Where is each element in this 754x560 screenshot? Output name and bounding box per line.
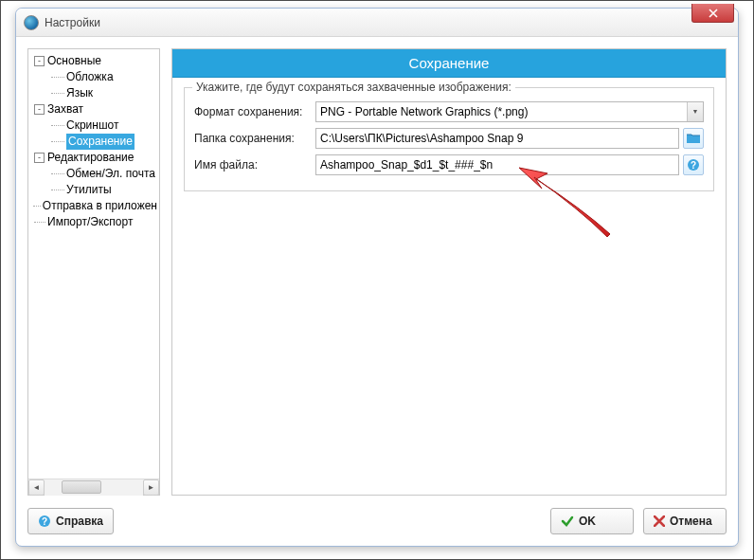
settings-dialog: Настройки -ОсновныеОбложкаЯзык-ЗахватСкр… [15,8,739,547]
app-icon [24,15,39,30]
tree-item[interactable]: -Основные [30,53,157,69]
format-value: PNG - Portable Network Graphics (*.png) [320,102,528,121]
svg-text:?: ? [42,516,47,527]
tree-item[interactable]: Скриншот [30,117,157,134]
cancel-label: Отмена [670,515,712,528]
folder-icon [687,133,700,144]
folder-input[interactable]: C:\Users\ПК\Pictures\Ashampoo Snap 9 [315,128,679,149]
content: -ОсновныеОбложкаЯзык-ЗахватСкриншотСохра… [16,37,738,546]
filename-row: Имя файла: Ashampoo_Snap_$d1_$t_###_$n ? [194,154,704,175]
folder-label: Папка сохранения: [194,132,315,145]
scroll-track[interactable] [45,479,143,496]
tree-item[interactable]: Сохранение [30,134,157,150]
tree-item-label: Основные [47,53,101,69]
format-row: Формат сохранения: PNG - Portable Networ… [194,101,704,122]
tree-item[interactable]: Импорт/Экспорт [30,214,157,230]
tree-item[interactable]: Язык [30,85,157,101]
cross-icon [654,515,665,527]
tree-item-label: Обмен/Эл. почта [66,166,155,182]
tree-item[interactable]: -Захват [30,101,157,117]
nav-tree[interactable]: -ОсновныеОбложкаЯзык-ЗахватСкриншотСохра… [28,49,159,479]
ok-label: OK [579,515,596,528]
check-icon [561,515,574,528]
tree-item-label: Утилиты [66,182,112,198]
folder-value: C:\Users\ПК\Pictures\Ashampoo Snap 9 [320,132,523,145]
window-title: Настройки [45,16,100,29]
tree-item-label: Отправка в приложен [43,198,157,214]
footer: ? Справка OK Отмена [27,508,727,534]
panel-title: Сохранение [172,49,726,78]
cancel-button[interactable]: Отмена [643,508,727,534]
tree-item[interactable]: Обмен/Эл. почта [30,166,157,182]
folder-row: Папка сохранения: C:\Users\ПК\Pictures\A… [194,128,704,149]
scroll-right-button[interactable]: ► [143,479,159,496]
scroll-thumb[interactable] [62,480,101,494]
tree-item[interactable]: -Редактирование [30,150,157,166]
tree-item-label: Скриншот [66,117,118,134]
format-combobox[interactable]: PNG - Portable Network Graphics (*.png) … [315,101,704,122]
browse-folder-button[interactable] [683,128,704,149]
tree-item[interactable]: Отправка в приложен [30,198,157,214]
titlebar: Настройки [16,9,738,37]
tree-toggle-icon[interactable]: - [34,153,45,163]
tree-item[interactable]: Утилиты [30,182,157,198]
tree-item-label: Захват [47,101,83,117]
help-label: Справка [56,515,103,528]
tree-item-label: Импорт/Экспорт [47,214,133,230]
tree-item-label: Редактирование [47,150,134,166]
tree-item-label: Обложка [66,69,114,85]
tree-toggle-icon[interactable]: - [34,56,45,66]
filename-value: Ashampoo_Snap_$d1_$t_###_$n [320,158,493,172]
tree-item-label: Язык [66,85,93,101]
help-icon: ? [687,158,700,172]
ok-button[interactable]: OK [550,508,634,534]
help-button[interactable]: ? Справка [27,508,114,534]
svg-text:?: ? [691,160,696,171]
tree-item[interactable]: Обложка [30,69,157,85]
format-label: Формат сохранения: [194,105,315,118]
filename-input[interactable]: Ashampoo_Snap_$d1_$t_###_$n [315,154,679,175]
settings-panel: Сохранение Укажите, где будут сохранятьс… [171,48,727,496]
close-icon [709,9,718,18]
filename-label: Имя файла: [194,158,315,172]
tree-h-scrollbar[interactable]: ◄ ► [28,479,159,495]
panel-body: Укажите, где будут сохраняться захваченн… [172,78,726,201]
nav-tree-panel: -ОсновныеОбложкаЯзык-ЗахватСкриншотСохра… [27,48,160,496]
tree-item-label: Сохранение [66,134,135,150]
chevron-down-icon: ▼ [687,102,703,121]
scroll-left-button[interactable]: ◄ [28,479,45,496]
group-legend: Укажите, где будут сохраняться захваченн… [192,81,515,94]
tree-toggle-icon[interactable]: - [34,104,45,115]
close-button[interactable] [691,4,734,23]
save-location-group: Укажите, где будут сохраняться захваченн… [184,87,714,191]
help-icon: ? [38,515,51,528]
filename-help-button[interactable]: ? [683,154,704,175]
